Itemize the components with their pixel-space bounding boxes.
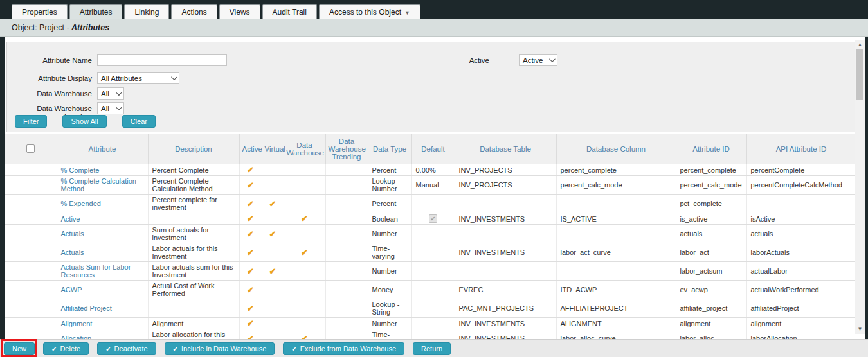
attribute-link[interactable]: Allocation [57, 329, 148, 340]
column-header-active[interactable]: Active [239, 134, 262, 164]
check-icon: ✔ [105, 345, 111, 353]
checkmark-icon: ✔ [247, 248, 254, 257]
data-type-cell: Percent [368, 195, 411, 213]
include-in-data-warehouse-button[interactable]: ✔Include in Data Warehouse [165, 342, 275, 355]
deactivate-button[interactable]: ✔Deactivate [97, 342, 156, 355]
data-warehouse-cell: ✔ [284, 243, 325, 262]
attribute-link[interactable]: ACWP [57, 281, 148, 299]
default-cell [411, 318, 455, 329]
attribute-link[interactable]: Alignment [57, 318, 148, 329]
attribute-link[interactable]: Affiliated Project [57, 299, 148, 318]
data-warehouse-cell [284, 176, 325, 195]
data-warehouse-cell [284, 318, 325, 329]
database-column-cell: AFFILIATEPROJECT [556, 299, 676, 318]
database-column-cell: labor_act_curve [556, 243, 676, 262]
checkmark-icon: ✔ [301, 334, 308, 340]
row-select-cell [5, 299, 57, 318]
data-warehouse-cell [284, 299, 325, 318]
footer-buttons: New✔Delete✔Deactivate✔Include in Data Wa… [4, 342, 451, 355]
tab-label: Linking [134, 8, 159, 17]
database-column-cell: percent_calc_mode [556, 176, 676, 195]
tab-access-to-this-object[interactable]: Access to this Object▼ [319, 4, 420, 19]
data-type-cell: Number [368, 262, 411, 281]
exclude-from-data-warehouse-button[interactable]: ✔Exclude from Data Warehouse [283, 342, 404, 355]
scroll-up-icon[interactable]: ▲ [855, 40, 865, 49]
button-label: Deactivate [114, 345, 148, 353]
caret-down-icon: ▼ [404, 10, 410, 16]
clear-button[interactable]: Clear [122, 115, 156, 128]
top-bar: PropertiesAttributesLinkingActionsViewsA… [0, 0, 868, 19]
description-cell: Actual Cost of Work Performed [148, 281, 239, 299]
data-warehouse-filter-select[interactable]: All [97, 87, 124, 100]
return-button[interactable]: Return [413, 342, 451, 355]
default-cell [411, 262, 455, 281]
row-select-cell [5, 281, 57, 299]
active-cell: ✔ [239, 225, 262, 243]
column-header-default[interactable]: Default [411, 134, 455, 164]
column-header-attribute-id[interactable]: Attribute ID [676, 134, 746, 164]
tab-audit-trail[interactable]: Audit Trail [262, 4, 317, 19]
attribute-link[interactable]: % Complete Calculation Method [57, 176, 148, 195]
attribute-link[interactable]: Actuals Sum for Labor Resources [57, 262, 148, 281]
vertical-scrollbar[interactable]: ▲ ▼ [855, 40, 865, 334]
check-icon: ✔ [173, 345, 178, 353]
default-cell: ✔ [411, 213, 455, 225]
delete-button[interactable]: ✔Delete [43, 342, 89, 355]
attribute-id-cell: actuals [676, 225, 746, 243]
attribute-link[interactable]: Actuals [57, 243, 148, 262]
scroll-down-icon[interactable]: ▼ [855, 324, 865, 334]
tab-linking[interactable]: Linking [124, 4, 169, 19]
data-warehouse-cell: ✔ [284, 213, 325, 225]
new-button[interactable]: New [4, 342, 35, 355]
column-header-api-attribute-id[interactable]: API Attribute ID [746, 134, 856, 164]
select-all-checkbox[interactable] [26, 144, 35, 153]
active-cell: ✔ [239, 213, 262, 225]
attribute-id-cell: labor_act [676, 243, 746, 262]
api-attribute-id-cell: alignment [746, 318, 856, 329]
active-filter-select[interactable]: Active [519, 54, 557, 66]
data-type-cell: Money [368, 281, 411, 299]
attribute-name-input[interactable] [97, 54, 227, 66]
database-column-cell [556, 225, 676, 243]
attribute-display-select[interactable]: All Attributes [97, 72, 179, 84]
row-select-cell [5, 318, 57, 329]
tab-attributes[interactable]: Attributes [69, 4, 123, 19]
column-header-database-table[interactable]: Database Table [455, 134, 556, 164]
data-type-cell: Lookup - Number [368, 176, 411, 195]
object-title-prefix: Object: Project - [12, 23, 71, 32]
column-header-select [5, 134, 57, 164]
database-table-cell: INV_INVESTMENTS [455, 243, 556, 262]
column-header-attribute[interactable]: Attribute [57, 134, 148, 164]
active-cell: ✔ [239, 176, 262, 195]
description-cell: Sum of actuals for investment [148, 225, 239, 243]
tab-properties[interactable]: Properties [12, 4, 68, 19]
tab-views[interactable]: Views [219, 4, 260, 19]
attribute-link[interactable]: % Expended [57, 195, 148, 213]
attribute-link[interactable]: Active [57, 213, 148, 225]
api-attribute-id-cell: percentCompleteCalcMethod [746, 176, 856, 195]
check-icon: ✔ [51, 345, 57, 353]
attribute-link[interactable]: % Complete [57, 164, 148, 176]
data-warehouse-cell: ✔ [284, 329, 325, 340]
virtual-cell [262, 213, 284, 225]
attribute-link[interactable]: Actuals [57, 225, 148, 243]
database-table-cell: INV_INVESTMENTS [455, 213, 556, 225]
data-warehouse-cell [284, 195, 325, 213]
database-column-cell [556, 262, 676, 281]
main-content: Attribute Name Active Active Attribute D… [5, 37, 865, 339]
data-warehouse-trending-filter-select[interactable]: All [97, 102, 124, 114]
column-header-data-warehouse-trending[interactable]: Data Warehouse Trending [325, 134, 368, 164]
column-header-data-type[interactable]: Data Type [368, 134, 411, 164]
active-cell: ✔ [239, 281, 262, 299]
table-row: Affiliated Project✔Lookup - StringPAC_MN… [5, 299, 856, 318]
tab-actions[interactable]: Actions [171, 4, 217, 19]
column-header-description[interactable]: Description [148, 134, 239, 164]
attribute-id-cell: is_active [676, 213, 746, 225]
column-header-virtual[interactable]: Virtual [262, 134, 284, 164]
column-header-data-warehouse[interactable]: Data Warehouse [284, 134, 325, 164]
attribute-id-cell: percent_complete [676, 164, 746, 176]
show-all-button[interactable]: Show All [62, 115, 106, 128]
scrollbar-thumb[interactable] [856, 49, 863, 100]
column-header-database-column[interactable]: Database Column [556, 134, 676, 164]
filter-button[interactable]: Filter [15, 115, 47, 128]
